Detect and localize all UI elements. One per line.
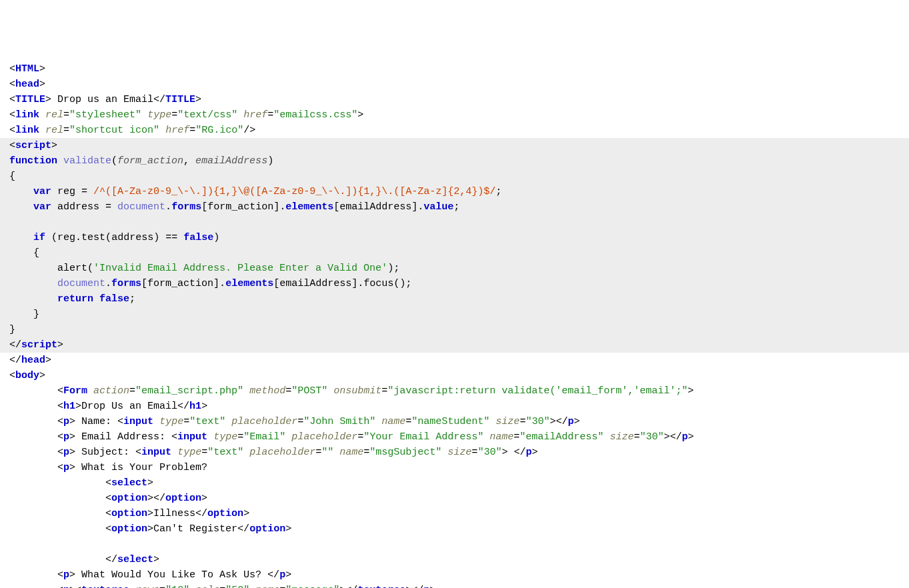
code-line: <HTML> xyxy=(9,63,45,75)
code-line: </select> xyxy=(9,554,159,565)
code-line: } xyxy=(9,324,15,335)
code-line: return false; xyxy=(9,293,135,305)
code-line: <head> xyxy=(9,79,45,90)
code-line: alert('Invalid Email Address. Please Ent… xyxy=(9,263,399,274)
code-line: <link rel="shortcut icon" href="RG.ico"/… xyxy=(9,125,255,136)
code-line: <h1>Drop Us an Email</h1> xyxy=(9,401,207,412)
code-line: <p> Name: <input type="text" placeholder… xyxy=(9,416,580,427)
code-line: { xyxy=(9,247,39,259)
code-line: <p> What is Your Problem? xyxy=(9,462,207,473)
code-line: <option></option> xyxy=(9,493,207,504)
code-line: <option>Can't Register</option> xyxy=(9,523,291,535)
code-line: </head> xyxy=(9,355,51,366)
code-line: { xyxy=(9,171,15,182)
code-line: var address = document.forms[form_action… xyxy=(9,201,460,213)
code-line: <p><textarea rows="10" cols="50" name="m… xyxy=(9,585,435,588)
code-line: if (reg.test(address) == false) xyxy=(9,232,219,243)
code-line: function validate(form_action, emailAddr… xyxy=(9,155,273,167)
code-line: document.forms[form_action].elements[ema… xyxy=(9,278,411,289)
code-line: <option>Illness</option> xyxy=(9,508,249,519)
code-line: <p> Subject: <input type="text" placehol… xyxy=(9,447,538,458)
code-line: <p> Email Address: <input type="Email" p… xyxy=(9,431,694,443)
code-line: <p> What Would You Like To Ask Us? </p> xyxy=(9,569,291,581)
code-line: var reg = /^([A-Za-z0-9_\-\.]){1,}\@([A-… xyxy=(9,186,502,197)
code-line: <TITLE> Drop us an Email</TITLE> xyxy=(9,94,201,105)
code-editor[interactable]: <HTML> <head> <TITLE> Drop us an Email</… xyxy=(0,61,909,588)
code-line: <link rel="stylesheet" type="text/css" h… xyxy=(9,109,363,121)
code-line: <select> xyxy=(9,477,153,489)
code-line: </script> xyxy=(9,339,63,351)
code-line: <body> xyxy=(9,370,45,381)
code-line: <script> xyxy=(9,140,57,151)
code-line: } xyxy=(9,309,39,320)
code-line: <Form action="email_script.php" method="… xyxy=(9,385,694,397)
